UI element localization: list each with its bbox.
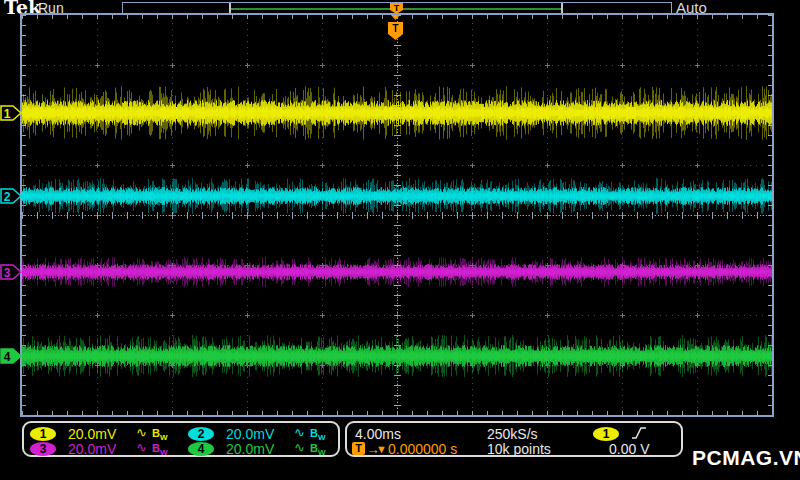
channel-3-bandwidth-icon: BW bbox=[152, 441, 168, 460]
timebase-scale: 4.00ms bbox=[355, 427, 401, 441]
trigger-delay-value: 0.000000 s bbox=[388, 442, 457, 456]
horizontal-trigger-readout-box: 4.00ms T → ▼ 0.000000 s 250kS/s 10k poin… bbox=[345, 421, 683, 457]
channel-4-badge: 4 bbox=[188, 442, 214, 456]
channel-3-coupling-icon: ∿ bbox=[136, 441, 147, 455]
sample-rate: 250kS/s bbox=[487, 427, 538, 441]
channel-2-scale: 20.0mV bbox=[226, 427, 274, 441]
channel-2-coupling-icon: ∿ bbox=[294, 426, 305, 440]
channel-1-coupling-icon: ∿ bbox=[136, 426, 147, 440]
record-length: 10k points bbox=[487, 442, 551, 456]
channel-3-badge: 3 bbox=[30, 442, 56, 456]
trigger-position-flag-icon: T bbox=[388, 14, 404, 41]
trigger-source-badge: 1 bbox=[593, 427, 619, 441]
watermark: PCMAG.VN bbox=[692, 446, 800, 470]
channel-1-badge: 1 bbox=[30, 427, 56, 441]
oscilloscope-screen: Tek Run Auto T T 1 2 3 4 1 20.0mV bbox=[0, 0, 800, 480]
channel-3-marker-icon: 3 bbox=[0, 264, 22, 280]
channel-3-scale: 20.0mV bbox=[68, 442, 116, 456]
svg-text:T: T bbox=[394, 3, 400, 13]
delay-marker-icon: ▼ bbox=[376, 442, 387, 456]
channel-4-coupling-icon: ∿ bbox=[294, 441, 305, 455]
graticule bbox=[20, 13, 774, 417]
channel-4-bandwidth-icon: BW bbox=[310, 441, 326, 460]
trigger-level: 0.00 V bbox=[609, 442, 649, 456]
channel-1-scale: 20.0mV bbox=[68, 427, 116, 441]
channel-readout-box: 1 20.0mV ∿ BW 2 20.0mV ∿ BW 3 20.0mV ∿ B… bbox=[22, 421, 340, 457]
channel-2-marker-icon: 2 bbox=[0, 188, 22, 204]
svg-text:T: T bbox=[392, 23, 398, 34]
svg-text:4: 4 bbox=[4, 350, 11, 364]
waveform-canvas bbox=[22, 15, 772, 415]
trigger-delay-icon: T bbox=[352, 442, 365, 455]
channel-4-scale: 20.0mV bbox=[226, 442, 274, 456]
svg-text:2: 2 bbox=[4, 190, 11, 204]
trigger-slope-rising-icon bbox=[631, 426, 647, 441]
channel-1-marker-icon: 1 bbox=[0, 105, 22, 121]
svg-text:1: 1 bbox=[4, 107, 11, 121]
channel-4-marker-icon: 4 bbox=[0, 348, 22, 364]
svg-text:3: 3 bbox=[4, 266, 11, 280]
channel-2-badge: 2 bbox=[188, 427, 214, 441]
